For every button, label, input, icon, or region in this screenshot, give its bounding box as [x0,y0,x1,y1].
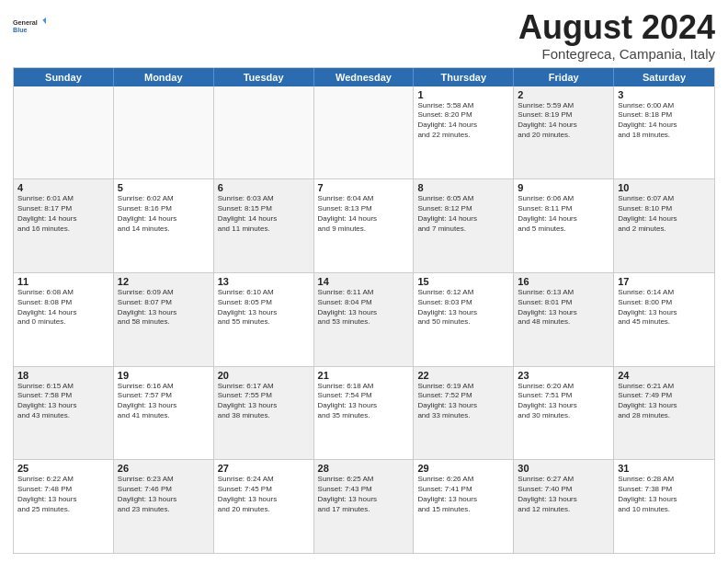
calendar-week-row: 1Sunrise: 5:58 AM Sunset: 8:20 PM Daylig… [14,86,714,180]
day-info: Sunrise: 6:07 AM Sunset: 8:10 PM Dayligh… [618,194,711,234]
calendar: SundayMondayTuesdayWednesdayThursdayFrid… [13,67,715,554]
day-number: 1 [417,89,509,100]
page-header: General Blue August 2024 Fontegreca, Cam… [13,9,715,62]
calendar-day-header: Friday [514,68,614,86]
day-number: 25 [17,463,109,474]
day-info: Sunrise: 6:25 AM Sunset: 7:43 PM Dayligh… [318,475,410,514]
subtitle: Fontegreca, Campania, Italy [518,46,715,62]
calendar-header: SundayMondayTuesdayWednesdayThursdayFrid… [14,68,714,86]
day-info: Sunrise: 6:11 AM Sunset: 8:04 PM Dayligh… [318,288,410,327]
day-number: 8 [417,182,509,193]
day-info: Sunrise: 6:03 AM Sunset: 8:15 PM Dayligh… [218,194,310,234]
day-info: Sunrise: 6:06 AM Sunset: 8:11 PM Dayligh… [518,194,609,234]
day-number: 29 [417,463,509,474]
svg-text:Blue: Blue [13,26,28,34]
calendar-cell: 24Sunrise: 6:21 AM Sunset: 7:49 PM Dayli… [614,367,714,460]
day-number: 28 [318,463,410,474]
calendar-week-row: 11Sunrise: 6:08 AM Sunset: 8:08 PM Dayli… [14,273,714,367]
calendar-cell: 2Sunrise: 5:59 AM Sunset: 8:19 PM Daylig… [514,86,614,179]
calendar-cell: 21Sunrise: 6:18 AM Sunset: 7:54 PM Dayli… [314,367,415,460]
day-number: 27 [218,463,310,474]
calendar-cell: 5Sunrise: 6:02 AM Sunset: 8:16 PM Daylig… [114,179,214,272]
day-info: Sunrise: 6:10 AM Sunset: 8:05 PM Dayligh… [218,288,310,327]
day-info: Sunrise: 6:15 AM Sunset: 7:58 PM Dayligh… [17,382,109,421]
day-number: 15 [417,276,509,287]
day-number: 14 [318,276,410,287]
day-info: Sunrise: 6:08 AM Sunset: 8:08 PM Dayligh… [17,288,109,327]
calendar-cell: 4Sunrise: 6:01 AM Sunset: 8:17 PM Daylig… [14,179,114,272]
day-number: 6 [218,182,310,193]
day-info: Sunrise: 5:58 AM Sunset: 8:20 PM Dayligh… [417,101,509,141]
calendar-cell: 17Sunrise: 6:14 AM Sunset: 8:00 PM Dayli… [614,273,714,366]
day-number: 2 [518,89,609,100]
day-number: 9 [518,182,609,193]
calendar-day-header: Sunday [14,68,114,86]
day-number: 23 [518,370,609,381]
logo-svg: General Blue [13,9,46,42]
day-number: 26 [118,463,210,474]
calendar-week-row: 18Sunrise: 6:15 AM Sunset: 7:58 PM Dayli… [14,367,714,461]
day-number: 13 [218,276,310,287]
calendar-cell: 14Sunrise: 6:11 AM Sunset: 8:04 PM Dayli… [314,273,415,366]
day-info: Sunrise: 6:09 AM Sunset: 8:07 PM Dayligh… [118,288,210,327]
day-number: 24 [618,370,711,381]
logo: General Blue [13,9,46,42]
day-number: 21 [318,370,410,381]
calendar-cell: 7Sunrise: 6:04 AM Sunset: 8:13 PM Daylig… [314,179,415,272]
day-info: Sunrise: 6:12 AM Sunset: 8:03 PM Dayligh… [417,288,509,327]
day-info: Sunrise: 6:00 AM Sunset: 8:18 PM Dayligh… [618,101,711,141]
calendar-cell [214,86,314,179]
calendar-cell: 12Sunrise: 6:09 AM Sunset: 8:07 PM Dayli… [114,273,214,366]
day-info: Sunrise: 6:05 AM Sunset: 8:12 PM Dayligh… [417,194,509,234]
calendar-day-header: Wednesday [314,68,415,86]
day-number: 19 [118,370,210,381]
day-number: 17 [618,276,711,287]
calendar-cell: 18Sunrise: 6:15 AM Sunset: 7:58 PM Dayli… [14,367,114,460]
day-info: Sunrise: 6:27 AM Sunset: 7:40 PM Dayligh… [518,475,609,514]
day-info: Sunrise: 6:14 AM Sunset: 8:00 PM Dayligh… [618,288,711,327]
calendar-cell [314,86,415,179]
day-info: Sunrise: 6:21 AM Sunset: 7:49 PM Dayligh… [618,382,711,421]
calendar-cell: 11Sunrise: 6:08 AM Sunset: 8:08 PM Dayli… [14,273,114,366]
calendar-week-row: 4Sunrise: 6:01 AM Sunset: 8:17 PM Daylig… [14,179,714,273]
calendar-day-header: Tuesday [214,68,314,86]
calendar-cell: 20Sunrise: 6:17 AM Sunset: 7:55 PM Dayli… [214,367,314,460]
calendar-cell: 19Sunrise: 6:16 AM Sunset: 7:57 PM Dayli… [114,367,214,460]
day-number: 20 [218,370,310,381]
calendar-cell: 16Sunrise: 6:13 AM Sunset: 8:01 PM Dayli… [514,273,614,366]
calendar-body: 1Sunrise: 5:58 AM Sunset: 8:20 PM Daylig… [14,86,714,553]
day-info: Sunrise: 6:28 AM Sunset: 7:38 PM Dayligh… [618,475,711,514]
calendar-day-header: Saturday [614,68,714,86]
calendar-cell: 3Sunrise: 6:00 AM Sunset: 8:18 PM Daylig… [614,86,714,179]
day-number: 18 [17,370,109,381]
day-info: Sunrise: 6:18 AM Sunset: 7:54 PM Dayligh… [318,382,410,421]
calendar-cell: 29Sunrise: 6:26 AM Sunset: 7:41 PM Dayli… [414,460,514,553]
day-info: Sunrise: 6:23 AM Sunset: 7:46 PM Dayligh… [118,475,210,514]
calendar-week-row: 25Sunrise: 6:22 AM Sunset: 7:48 PM Dayli… [14,460,714,553]
day-info: Sunrise: 6:02 AM Sunset: 8:16 PM Dayligh… [118,194,210,234]
calendar-cell: 6Sunrise: 6:03 AM Sunset: 8:15 PM Daylig… [214,179,314,272]
day-number: 22 [417,370,509,381]
day-number: 5 [118,182,210,193]
calendar-cell: 27Sunrise: 6:24 AM Sunset: 7:45 PM Dayli… [214,460,314,553]
calendar-cell: 1Sunrise: 5:58 AM Sunset: 8:20 PM Daylig… [414,86,514,179]
day-number: 12 [118,276,210,287]
day-info: Sunrise: 6:16 AM Sunset: 7:57 PM Dayligh… [118,382,210,421]
title-block: August 2024 Fontegreca, Campania, Italy [518,9,715,62]
calendar-cell: 28Sunrise: 6:25 AM Sunset: 7:43 PM Dayli… [314,460,415,553]
calendar-cell [14,86,114,179]
day-number: 7 [318,182,410,193]
main-title: August 2024 [518,9,715,46]
calendar-cell: 13Sunrise: 6:10 AM Sunset: 8:05 PM Dayli… [214,273,314,366]
day-info: Sunrise: 6:20 AM Sunset: 7:51 PM Dayligh… [518,382,609,421]
day-info: Sunrise: 5:59 AM Sunset: 8:19 PM Dayligh… [518,101,609,141]
calendar-day-header: Monday [114,68,214,86]
day-number: 4 [17,182,109,193]
day-number: 16 [518,276,609,287]
day-number: 3 [618,89,711,100]
day-info: Sunrise: 6:24 AM Sunset: 7:45 PM Dayligh… [218,475,310,514]
day-info: Sunrise: 6:04 AM Sunset: 8:13 PM Dayligh… [318,194,410,234]
day-number: 10 [618,182,711,193]
calendar-cell: 26Sunrise: 6:23 AM Sunset: 7:46 PM Dayli… [114,460,214,553]
day-number: 30 [518,463,609,474]
